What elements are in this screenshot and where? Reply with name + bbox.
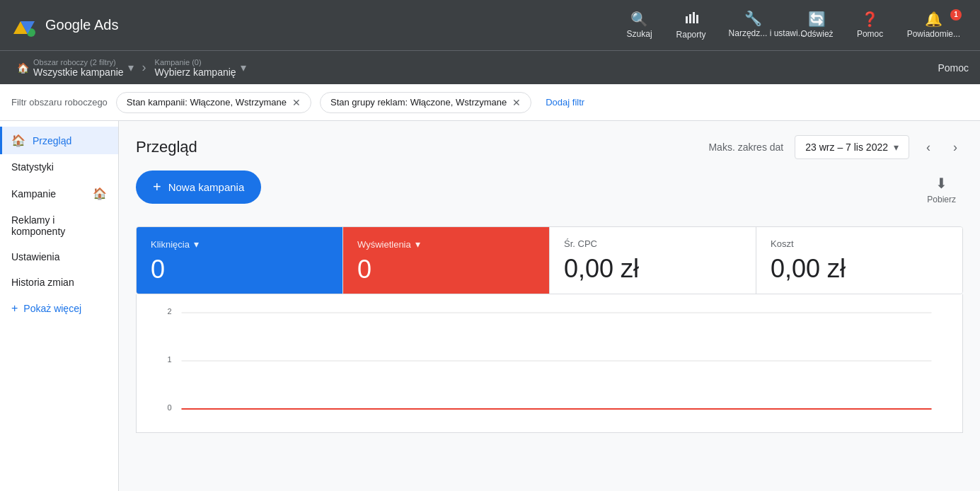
- workspace-chevron-icon: ▾: [128, 61, 134, 74]
- search-icon: 🔍: [630, 12, 648, 26]
- sidebar-item-campaigns[interactable]: Kampanie 🏠: [0, 180, 118, 207]
- main-layout: 🏠 Przegląd Statystyki Kampanie 🏠 Reklamy…: [0, 121, 980, 491]
- breadcrumb-separator: ›: [142, 60, 146, 75]
- stat-header-cpc: Śr. CPC: [564, 238, 742, 249]
- notification-badge: 1: [950, 9, 962, 21]
- sidebar-item-ads[interactable]: Reklamy i komponenty: [0, 207, 118, 244]
- filter-bar-label: Filtr obszaru roboczego: [11, 97, 108, 108]
- sidebar-show-more[interactable]: + Pokaż więcej: [0, 295, 118, 322]
- breadcrumb-nav: 🏠 Obszar roboczy (2 filtry) Wszystkie ka…: [11, 55, 252, 81]
- stat-value-clicks: 0: [151, 257, 328, 282]
- breadcrumb-bar: 🏠 Obszar roboczy (2 filtry) Wszystkie ka…: [0, 50, 980, 84]
- bell-icon: 🔔: [925, 12, 942, 26]
- page-header: Przegląd Maks. zakres dat 23 wrz – 7 lis…: [119, 121, 980, 171]
- date-range-button[interactable]: 23 wrz – 7 lis 2022 ▾: [795, 135, 909, 159]
- stat-label-clicks: Kliknięcia: [151, 239, 190, 250]
- new-campaign-label: Nowa kampania: [168, 181, 245, 193]
- new-campaign-button[interactable]: + Nowa kampania: [136, 171, 261, 204]
- sidebar: 🏠 Przegląd Statystyki Kampanie 🏠 Reklamy…: [0, 121, 119, 491]
- svg-rect-4: [689, 14, 691, 23]
- ad-group-status-filter-label: Stan grupy reklam: Włączone, Wstrzymane: [330, 97, 507, 108]
- campaigns-chevron-icon: ▾: [241, 61, 246, 74]
- campaigns-home-icon: 🏠: [93, 187, 107, 200]
- tools-label: Narzędz... i ustawi...: [729, 28, 778, 38]
- stat-value-cpc: 0,00 zł: [564, 256, 742, 282]
- sidebar-item-settings[interactable]: Ustawienia: [0, 244, 118, 270]
- stat-value-cost: 0,00 zł: [771, 256, 948, 282]
- campaign-filter-remove-icon[interactable]: ✕: [292, 97, 301, 108]
- content-body: + Nowa kampania ⬇ Pobierz Kliknięcia ▾ 0: [119, 171, 980, 450]
- show-more-plus-icon: +: [11, 302, 18, 315]
- tools-icon: 🔧: [744, 11, 762, 25]
- app-branding: Google Ads: [11, 13, 118, 38]
- breadcrumb-campaigns-main-label: Wybierz kampanię: [155, 67, 236, 78]
- notifications-button[interactable]: 🔔 1 Powiadomie...: [899, 8, 969, 43]
- chart-y-label-2: 2: [168, 307, 172, 316]
- stat-header-cost: Koszt: [771, 238, 948, 249]
- stat-card-clicks: Kliknięcia ▾ 0: [137, 227, 343, 294]
- tools-button[interactable]: 🔧 Narzędz... i ustawi...: [720, 7, 787, 42]
- download-button[interactable]: ⬇ Pobierz: [920, 171, 963, 209]
- svg-rect-3: [686, 16, 688, 23]
- home-icon: 🏠: [17, 62, 29, 74]
- refresh-icon: 🔄: [808, 12, 826, 26]
- sidebar-item-ads-label: Reklamy i komponenty: [11, 214, 107, 237]
- search-button[interactable]: 🔍 Szukaj: [617, 8, 662, 43]
- stat-label-cost: Koszt: [771, 238, 794, 249]
- campaign-status-filter[interactable]: Stan kampanii: Włączone, Wstrzymane ✕: [116, 92, 311, 113]
- breadcrumb-help-link[interactable]: Pomoc: [938, 62, 969, 74]
- breadcrumb-workspace-main-label: Wszystkie kampanie: [33, 67, 124, 78]
- stat-card-cost: Koszt 0,00 zł: [756, 227, 962, 294]
- help-button[interactable]: ❓ Pomoc: [848, 8, 893, 43]
- stat-chevron-clicks-icon[interactable]: ▾: [194, 238, 199, 250]
- date-prev-button[interactable]: ‹: [921, 136, 936, 159]
- google-ads-logo-icon: [11, 13, 37, 38]
- download-label: Pobierz: [927, 195, 956, 204]
- sidebar-item-statistics-label: Statystyki: [11, 161, 54, 173]
- sidebar-item-history[interactable]: Historia zmian: [0, 270, 118, 295]
- plus-icon: +: [153, 179, 161, 195]
- sidebar-item-overview[interactable]: 🏠 Przegląd: [0, 127, 118, 154]
- breadcrumb-campaigns[interactable]: Kampanie (0) Wybierz kampanię ▾: [149, 55, 252, 81]
- ad-group-status-filter[interactable]: Stan grupy reklam: Włączone, Wstrzymane …: [320, 92, 531, 113]
- breadcrumb-campaigns-text: Kampanie (0) Wybierz kampanię: [155, 58, 236, 78]
- stats-row: Kliknięcia ▾ 0 Wyświetlenia ▾ 0 Śr: [136, 226, 963, 294]
- stat-header-impressions: Wyświetlenia ▾: [357, 238, 535, 250]
- sidebar-item-statistics[interactable]: Statystyki: [0, 154, 118, 180]
- sidebar-item-overview-label: Przegląd: [33, 135, 71, 146]
- stat-chevron-impressions-icon[interactable]: ▾: [415, 238, 420, 250]
- chart-y-label-0: 0: [168, 403, 172, 412]
- sidebar-item-history-label: Historia zmian: [11, 277, 74, 288]
- chart-area: 2 1 0: [136, 294, 963, 433]
- breadcrumb-workspace-text: Obszar roboczy (2 filtry) Wszystkie kamp…: [33, 58, 124, 78]
- svg-rect-5: [693, 12, 695, 23]
- campaign-status-filter-label: Stan kampanii: Włączone, Wstrzymane: [127, 97, 287, 108]
- add-filter-button[interactable]: Dodaj filtr: [540, 93, 590, 112]
- search-label: Szukaj: [627, 29, 652, 39]
- help-icon: ❓: [861, 12, 879, 26]
- breadcrumb-workspace-small-label: Obszar roboczy (2 filtry): [33, 58, 124, 67]
- chevron-right-icon: ›: [953, 140, 957, 154]
- refresh-button[interactable]: 🔄 Odśwież: [792, 8, 842, 43]
- app-title: Google Ads: [45, 17, 118, 33]
- breadcrumb-campaigns-small-label: Kampanie (0): [155, 58, 236, 67]
- page-title: Przegląd: [136, 138, 197, 156]
- reports-button[interactable]: Raporty: [668, 6, 715, 44]
- stat-header-clicks: Kliknięcia ▾: [151, 238, 328, 250]
- refresh-label: Odśwież: [801, 29, 834, 39]
- date-next-button[interactable]: ›: [947, 136, 963, 159]
- adgroup-filter-remove-icon[interactable]: ✕: [512, 97, 521, 108]
- date-range-value: 23 wrz – 7 lis 2022: [805, 141, 888, 153]
- breadcrumb-workspace[interactable]: 🏠 Obszar roboczy (2 filtry) Wszystkie ka…: [11, 55, 139, 81]
- overview-home-icon: 🏠: [11, 134, 25, 147]
- sidebar-item-campaigns-label: Kampanie: [11, 188, 56, 200]
- date-range-selector: Maks. zakres dat 23 wrz – 7 lis 2022 ▾ ‹…: [708, 135, 963, 159]
- stat-card-cpc: Śr. CPC 0,00 zł: [550, 227, 756, 294]
- content-area: Przegląd Maks. zakres dat 23 wrz – 7 lis…: [119, 121, 980, 491]
- show-more-label: Pokaż więcej: [23, 303, 81, 314]
- download-icon: ⬇: [935, 175, 947, 192]
- chart-svg: 2 1 0: [151, 306, 948, 419]
- top-nav-actions: 🔍 Szukaj Raporty 🔧 Narzędz... i ustawi..…: [617, 6, 969, 44]
- date-range-chevron-icon: ▾: [894, 141, 899, 153]
- chart-y-label-1: 1: [168, 355, 172, 364]
